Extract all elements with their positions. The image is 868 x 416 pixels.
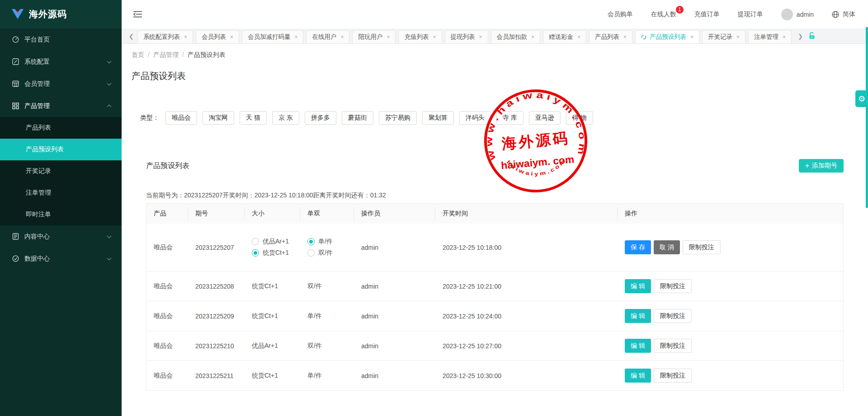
sidebar-subitem[interactable]: 注单管理	[0, 182, 122, 204]
breadcrumb-item[interactable]: 产品管理	[153, 51, 179, 58]
tab[interactable]: 会员列表×	[196, 30, 239, 43]
tab-close-icon[interactable]: ×	[690, 34, 693, 40]
globe-icon	[832, 11, 839, 18]
tab[interactable]: 系统配置列表×	[137, 30, 193, 43]
language-switch[interactable]: 简体	[832, 10, 855, 19]
data-icon	[12, 255, 19, 262]
filter-type-button[interactable]: 唯品会	[165, 111, 197, 125]
radio-unchecked-icon[interactable]	[307, 249, 315, 257]
topbar-link[interactable]: 提现订单	[738, 10, 763, 19]
tab-close-icon[interactable]: ×	[387, 34, 390, 40]
radio-checked-icon[interactable]	[307, 238, 315, 245]
cell-parity: 单/件双/件	[300, 238, 354, 257]
sidebar-item-products[interactable]: 产品管理	[0, 95, 122, 117]
filter-type-button[interactable]: 寺 库	[496, 111, 524, 125]
user-menu[interactable]: admin	[781, 9, 814, 20]
tabs-scroll-right-icon[interactable]: ❯	[794, 33, 806, 43]
breadcrumb-item[interactable]: 首页	[132, 51, 144, 58]
gear-icon: ⚙	[858, 94, 865, 104]
settings-gear-button[interactable]: ⚙	[855, 90, 868, 107]
restrict-bet-button[interactable]: 限制投注	[683, 240, 721, 254]
sidebar-subitem[interactable]: 产品预设列表	[0, 139, 122, 160]
sidebar-item-dashboard[interactable]: 平台首页	[0, 28, 122, 51]
tab[interactable]: 会员加扣款×	[491, 30, 541, 43]
tab-label: 充值列表	[404, 33, 429, 41]
filter-type-button[interactable]: 天 猫	[240, 111, 267, 125]
filter-type-button[interactable]: 蘑菇街	[342, 111, 373, 125]
radio-option-size[interactable]: 优品Ar+1	[252, 238, 300, 246]
scrollbar-strip[interactable]	[866, 27, 868, 208]
radio-unchecked-icon[interactable]	[252, 238, 259, 245]
tab-close-icon[interactable]: ×	[294, 34, 297, 40]
tab[interactable]: 产品预设列表×	[635, 30, 699, 43]
save-button[interactable]: 保 存	[625, 240, 651, 254]
tab[interactable]: 陪玩用户×	[352, 30, 396, 43]
tabs-scroll-left-icon[interactable]: ❮	[129, 33, 137, 43]
tab-label: 开奖记录	[708, 33, 732, 41]
language-label: 简体	[843, 10, 855, 19]
tab-close-icon[interactable]: ×	[736, 34, 740, 40]
sidebar-item-system-config[interactable]: 系统配置	[0, 51, 122, 73]
tab-close-icon[interactable]: ×	[479, 34, 482, 40]
tab-close-icon[interactable]: ×	[783, 34, 786, 40]
restrict-bet-button[interactable]: 限制投注	[654, 339, 692, 353]
filter-type-button[interactable]: 得 物	[566, 111, 593, 125]
cancel-button[interactable]: 取 消	[654, 240, 680, 254]
tab[interactable]: 提现列表×	[445, 30, 488, 43]
sidebar-subitem[interactable]: 产品列表	[0, 117, 122, 139]
tab-label: 会员加减打码量	[248, 33, 291, 41]
content-icon	[12, 233, 19, 240]
restrict-bet-button[interactable]: 限制投注	[654, 279, 692, 293]
filter-type-button[interactable]: 亚马逊	[529, 111, 561, 125]
tab[interactable]: 产品列表×	[589, 30, 632, 43]
add-issue-button[interactable]: + 添加期号	[799, 159, 844, 173]
app-logo: 海外源码	[0, 0, 122, 28]
filter-type-button[interactable]: 京 东	[272, 111, 299, 125]
tab-close-icon[interactable]: ×	[577, 34, 580, 40]
radio-option-parity[interactable]: 单/件	[307, 238, 354, 246]
edit-button[interactable]: 编 辑	[625, 369, 651, 383]
topbar-link[interactable]: 充值订单	[694, 10, 720, 19]
topbar-link[interactable]: 会员购单	[608, 10, 633, 19]
filter-type-button[interactable]: 洋码头	[459, 111, 491, 125]
filter-type-button[interactable]: 淘宝网	[203, 111, 234, 125]
tab[interactable]: 会员加减打码量×	[242, 30, 304, 43]
plus-icon: +	[805, 162, 809, 170]
lock-icon[interactable]	[808, 32, 816, 41]
tab-label: 注单管理	[754, 33, 778, 41]
filter-type-button[interactable]: 聚划算	[422, 111, 454, 125]
topbar-link[interactable]: 在线人数1	[651, 10, 676, 19]
tab-close-icon[interactable]: ×	[340, 34, 344, 40]
tab-close-icon[interactable]: ×	[184, 34, 187, 40]
restrict-bet-button[interactable]: 限制投注	[654, 309, 692, 323]
filter-type-button[interactable]: 苏宁易购	[379, 111, 417, 125]
radio-option-parity[interactable]: 双/件	[307, 249, 354, 257]
sidebar-collapse-icon[interactable]	[133, 11, 142, 18]
column-header: 操作员	[354, 207, 435, 220]
sidebar-item-content[interactable]: 内容中心	[0, 225, 122, 248]
sidebar-item-members[interactable]: 会员管理	[0, 73, 122, 95]
edit-button[interactable]: 编 辑	[625, 309, 651, 323]
tab[interactable]: 赠送彩金×	[543, 30, 586, 43]
tab-close-icon[interactable]: ×	[433, 34, 436, 40]
restrict-bet-button[interactable]: 限制投注	[654, 369, 692, 383]
sidebar-subitem[interactable]: 即时注单	[0, 204, 122, 225]
radio-option-size[interactable]: 统货Ct+1	[252, 249, 300, 257]
panel-title: 产品预设列表	[146, 161, 189, 171]
tab[interactable]: 在线用户×	[306, 30, 349, 43]
tab[interactable]: 开奖记录×	[702, 30, 745, 43]
edit-button[interactable]: 编 辑	[625, 339, 651, 353]
tab-close-icon[interactable]: ×	[623, 34, 627, 40]
tab[interactable]: 充值列表×	[398, 30, 442, 43]
radio-checked-icon[interactable]	[252, 249, 259, 257]
edit-button[interactable]: 编 辑	[625, 279, 651, 293]
sidebar-item-data[interactable]: 数据中心	[0, 248, 122, 270]
tab-close-icon[interactable]: ×	[230, 34, 233, 40]
sidebar-subitem[interactable]: 开奖记录	[0, 160, 122, 182]
tab-close-icon[interactable]: ×	[531, 34, 534, 40]
tab[interactable]: 注单管理×	[748, 30, 792, 43]
username: admin	[797, 11, 814, 18]
filter-type-button[interactable]: 拼多多	[305, 111, 336, 125]
cell-size: 统货Ct+1	[245, 282, 300, 290]
cell-size: 统货Ct+1	[245, 372, 300, 380]
